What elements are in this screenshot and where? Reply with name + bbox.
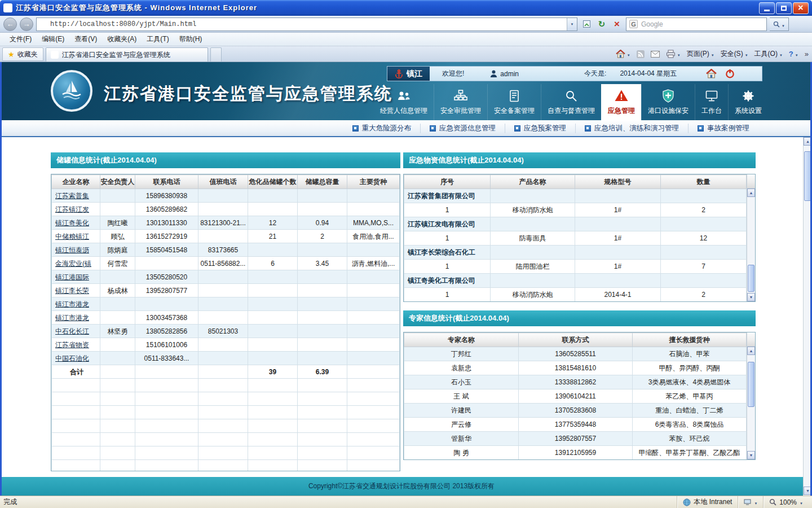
submenu-resource-info[interactable]: 应急资源信息管理	[420, 124, 505, 133]
cell	[198, 352, 248, 365]
address-dropdown[interactable]	[567, 18, 577, 30]
menu-file[interactable]: 文件(F)	[5, 33, 37, 46]
safety-menu-button[interactable]: 安全(S)	[721, 49, 748, 59]
monitor-icon	[744, 499, 751, 505]
stop-button[interactable]	[611, 18, 623, 30]
mail-button[interactable]	[651, 51, 660, 58]
cell: 3类易燃液体、4类易燃固体	[633, 375, 747, 389]
submenu-hazard-distribution[interactable]: 重大危险源分布	[343, 124, 421, 133]
cell	[198, 230, 248, 243]
submenu-training-drill[interactable]: 应急培训、演练和演习管理	[575, 124, 688, 133]
tab-bar: 收藏夹 江苏省港口安全监管与应急管理系统 页面(P) 安全(S) 工	[0, 46, 812, 62]
home-shortcut-button[interactable]	[706, 69, 717, 78]
page-menu-button[interactable]: 页面(P)	[687, 49, 714, 59]
company-link[interactable]: 镇江李长荣	[55, 287, 89, 295]
nav-system-settings[interactable]: 系统设置	[728, 84, 768, 120]
company-link[interactable]: 镇江港国际	[55, 273, 89, 281]
scroll-down-button[interactable]	[747, 293, 755, 301]
cell	[347, 243, 400, 257]
submenu-plan-management[interactable]: 应急预案管理	[505, 124, 575, 133]
compatibility-view-icon[interactable]	[580, 18, 593, 30]
menu-help[interactable]: 帮助(H)	[174, 33, 208, 46]
company-link[interactable]: 江苏省物资	[55, 341, 89, 349]
scroll-track[interactable]	[747, 355, 755, 451]
nav-safety-approval[interactable]: 安全审批管理	[434, 84, 487, 120]
company-link[interactable]: 金海宏业(镇	[55, 260, 91, 268]
table-row: 1移动消防水炮2014-4-12	[404, 288, 747, 302]
forward-button[interactable]	[20, 17, 33, 31]
scroll-track[interactable]	[747, 197, 755, 293]
cell: 13615272919	[135, 230, 198, 243]
refresh-button[interactable]	[595, 18, 608, 30]
grid-icon	[585, 125, 591, 132]
menu-view[interactable]: 查看(V)	[69, 33, 102, 46]
home-button[interactable]	[616, 50, 630, 58]
nav-workbench[interactable]: 工作台	[695, 84, 728, 120]
cell	[135, 365, 198, 379]
help-button[interactable]	[789, 50, 798, 58]
submenu-accident-cases[interactable]: 事故案例管理	[688, 124, 758, 133]
address-field[interactable]: http://localhost:8080/yjpt/Main.html	[36, 17, 577, 31]
company-link[interactable]: 镇江市港龙	[55, 314, 89, 322]
scroll-up-button[interactable]	[747, 347, 755, 355]
company-link[interactable]: 中石化长江	[55, 327, 89, 335]
cell: 沥青,燃料油,...	[347, 257, 400, 270]
table-row: 许建民13705283608重油、白蜡油、丁二烯	[404, 404, 747, 418]
company-link[interactable]: 镇江奇美化	[55, 219, 89, 227]
overflow-chevron[interactable]	[805, 50, 809, 58]
menu-tools[interactable]: 工具(T)	[142, 33, 174, 46]
tools-menu-button[interactable]: 工具(O)	[754, 49, 783, 59]
cell: 镇江市港龙	[52, 297, 100, 311]
menu-edit[interactable]: 编辑(E)	[37, 33, 69, 46]
company-link[interactable]: 镇江恒泰沥	[55, 246, 89, 254]
minimize-button[interactable]	[759, 2, 775, 14]
cell: 中储粮镇江	[52, 230, 100, 243]
page-footer: Copyright©江苏省交通规划设计院股份有限公司 2013版权所有	[0, 477, 803, 496]
nav-safety-record[interactable]: 安全备案管理	[487, 84, 541, 120]
logout-button[interactable]	[725, 69, 735, 78]
grid-icon	[698, 125, 704, 132]
cell: 2	[661, 203, 747, 217]
scroll-thumb[interactable]	[748, 362, 754, 407]
company-link[interactable]: 镇江市港龙	[55, 300, 89, 308]
tank-statistics-panel: 储罐信息统计(截止2014.04.04) 企业名称安全负责人联系电话值班电话危化…	[51, 152, 400, 471]
cell: 石小玉	[404, 375, 519, 389]
new-tab-stub[interactable]	[210, 47, 222, 62]
search-button[interactable]	[770, 17, 789, 31]
window-frame-left	[0, 62, 2, 508]
nav-operator-info[interactable]: 经营人信息管理	[374, 84, 434, 120]
table-row: 1陆用围油栏1#7	[404, 260, 747, 274]
scroll-up-button[interactable]	[747, 189, 755, 197]
zoom-control[interactable]: 100%	[763, 496, 809, 508]
nav-emergency-management[interactable]: 应急管理	[601, 84, 641, 120]
url-text: http://localhost:8080/yjpt/Main.html	[50, 20, 564, 28]
maximize-button[interactable]	[776, 2, 792, 14]
company-link[interactable]: 中储粮镇江	[55, 233, 89, 240]
feeds-button[interactable]	[637, 50, 645, 58]
warning-icon	[614, 89, 629, 103]
favorites-button[interactable]: 收藏夹	[2, 47, 43, 61]
scrollbar[interactable]	[747, 174, 755, 301]
cell	[198, 311, 248, 325]
close-button[interactable]	[793, 2, 809, 14]
scrollbar[interactable]	[747, 332, 755, 459]
scroll-down-button[interactable]	[747, 451, 755, 459]
cell	[298, 352, 347, 365]
nav-self-inspection[interactable]: 自查与督查管理	[541, 84, 601, 120]
cell: 13952807557	[519, 432, 633, 446]
company-link[interactable]: 中国石油化	[55, 354, 89, 362]
search-input[interactable]: G Google	[626, 17, 767, 31]
back-button[interactable]	[3, 17, 17, 31]
company-link[interactable]: 江苏镇江发	[55, 205, 89, 213]
cell	[100, 338, 135, 352]
menu-favorites[interactable]: 收藏夹(A)	[102, 33, 142, 46]
cell: 15850451548	[135, 243, 198, 257]
printer-icon	[666, 50, 676, 58]
scroll-thumb[interactable]	[748, 265, 754, 292]
nav-port-security[interactable]: 港口设施保安	[641, 84, 695, 120]
status-mode-button[interactable]	[738, 496, 763, 508]
active-tab[interactable]: 江苏省港口安全监管与应急管理系统	[46, 47, 208, 62]
company-link[interactable]: 江苏索普集	[55, 192, 89, 200]
cell: 甲缩醛、甲基异丁基酮、乙酸乙酯	[633, 446, 747, 460]
print-button[interactable]	[666, 50, 681, 58]
